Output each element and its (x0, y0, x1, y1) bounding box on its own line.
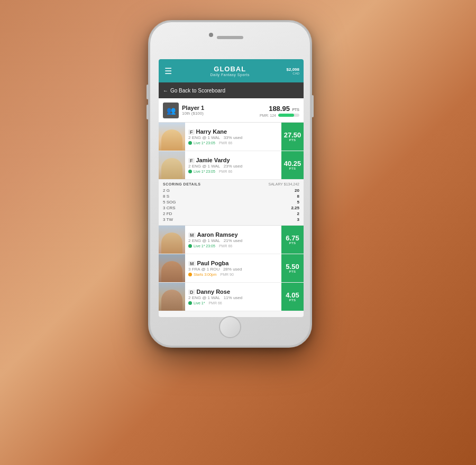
player-match: 3 FRA @ 1 ROU 28% used (188, 267, 279, 272)
live-indicator (188, 170, 192, 173)
position-badge: D (188, 290, 195, 295)
player-pos-name: M Aaron Ramsey (188, 231, 279, 238)
live-time: Live 1* 23:05 (194, 170, 215, 173)
player-header: 👥 Player 1 10th ($100) 188.95 PTS PMR: 1… (159, 98, 304, 123)
player-row-content: M Aaron Ramsey 2 ENG @ 1 WAL 21% used Li… (185, 226, 281, 254)
player-pos-name: D Danny Rose (188, 289, 279, 295)
phone-home-button[interactable] (219, 316, 241, 338)
player-row-content: D Danny Rose 2 ENG @ 1 WAL 11% used Live… (185, 283, 281, 311)
score-number: 5.50 (286, 263, 299, 270)
phone-screen: ☰ GLOBAL Daily Fantasy Sports $2,098 CAD… (159, 59, 304, 317)
table-row: 2 FD 2 (163, 211, 299, 217)
player-live-row: Starts 3:00pm PMR 90 (188, 273, 279, 276)
scoring-label: 2 G (163, 188, 170, 193)
score-pts-label: PTS (289, 138, 296, 142)
player-score: 188.95 (269, 105, 290, 113)
pmr-value: PMR 90 (221, 273, 234, 276)
back-arrow-icon: ← (163, 88, 168, 94)
position-badge: F (188, 129, 195, 135)
pmr-label: PMR: 124 (260, 114, 276, 117)
position-badge: F (188, 158, 195, 163)
score-pts-label: PTS (289, 241, 296, 245)
list-item[interactable]: M Paul Pogba 3 FRA @ 1 ROU 28% used Star… (159, 254, 304, 283)
live-time: Live 1* (194, 301, 205, 305)
live-indicator (188, 301, 192, 305)
phone-shell: ☰ GLOBAL Daily Fantasy Sports $2,098 CAD… (148, 20, 312, 348)
list-item[interactable]: M Aaron Ramsey 2 ENG @ 1 WAL 21% used Li… (159, 226, 304, 254)
scoring-value: 8 (297, 194, 299, 199)
player-fullname: Jamie Vardy (196, 157, 230, 163)
phone-power-button (312, 95, 314, 117)
player-row-content: F Harry Kane 2 ENG @ 1 WAL 33% used Live… (185, 123, 281, 151)
player-live-row: Live 1* PMR 66 (188, 301, 279, 305)
player-pos-name: F Harry Kane (188, 128, 279, 135)
phone-vol-up-button (147, 85, 149, 99)
player-row-content: M Paul Pogba 3 FRA @ 1 ROU 28% used Star… (185, 254, 281, 282)
scoring-label: 3 CRS (163, 206, 176, 210)
player-photo-ramsey (159, 226, 185, 254)
back-button[interactable]: ← Go Back to Scoreboard (159, 82, 304, 98)
player-pos-name: M Paul Pogba (188, 260, 279, 266)
player-match: 2 ENG @ 1 WAL 33% used (188, 135, 279, 140)
scoring-value: 2 (297, 211, 299, 216)
table-row: 2 G 20 (163, 188, 299, 193)
player-fullname: Harry Kane (196, 128, 227, 135)
position-badge: M (188, 261, 196, 266)
player-live-row: Live 1* 23:05 PMR 66 (188, 244, 279, 248)
player-photo-rose (159, 283, 185, 311)
player-score-block: 188.95 PTS PMR: 124 (260, 104, 299, 117)
player-rank: 10th ($100) (182, 111, 257, 116)
player-info: Player 1 10th ($100) (182, 105, 257, 116)
scoring-header-row: SCORING DETAILS SALARY $134,242 (163, 182, 299, 186)
scoring-value: 3 (297, 217, 299, 222)
player-live-row: Live 1* 23:05 PMR 66 (188, 170, 279, 173)
pmr-value: PMR 66 (208, 301, 222, 305)
scoring-label: 8 S (163, 194, 169, 199)
player-row-score: 6.75 PTS (281, 226, 304, 254)
player-fullname: Danny Rose (197, 289, 231, 295)
player-avatar-icon: 👥 (163, 103, 179, 118)
player-match: 2 ENG @ 1 WAL 23% used (188, 164, 279, 169)
score-number: 27.50 (284, 132, 301, 138)
phone-camera (209, 33, 213, 37)
scoring-details-section: SCORING DETAILS SALARY $134,242 2 G 20 8… (159, 180, 304, 226)
scoring-title: SCORING DETAILS (163, 182, 201, 186)
score-number: 6.75 (286, 235, 299, 241)
player-row-score: 5.50 PTS (281, 254, 304, 282)
table-row: 3 TW 3 (163, 217, 299, 222)
player-photo-vardy (159, 151, 185, 179)
player-score-suffix: PTS (292, 108, 299, 111)
scoring-value: 2.25 (291, 206, 299, 210)
score-pts-label: PTS (289, 270, 296, 273)
player-photo-pogba (159, 254, 185, 282)
live-indicator (188, 141, 192, 145)
scoring-value: 20 (295, 188, 299, 193)
score-number: 40.25 (284, 160, 301, 167)
player-row-score: 4.05 PTS (281, 283, 304, 311)
pmr-value: PMR 66 (219, 141, 232, 145)
scoring-label: 2 FD (163, 211, 172, 216)
score-pts-label: PTS (289, 167, 296, 170)
player-live-row: Live 1* 23:05 PMR 66 (188, 141, 279, 145)
phone-speaker (217, 36, 243, 39)
player-row-score: 27.50 PTS (281, 123, 304, 151)
navbar-balance-block[interactable]: $2,098 CAD (287, 67, 299, 75)
live-time: Live 1* 23:05 (194, 244, 215, 248)
list-item[interactable]: D Danny Rose 2 ENG @ 1 WAL 11% used Live… (159, 283, 304, 311)
player-photo-harry (159, 123, 185, 151)
back-label: Go Back to Scoreboard (170, 88, 225, 94)
pmr-bar-background (278, 114, 299, 117)
list-item[interactable]: F Harry Kane 2 ENG @ 1 WAL 33% used Live… (159, 123, 304, 151)
player-match: 2 ENG @ 1 WAL 11% used (188, 295, 279, 300)
list-item[interactable]: F Jamie Vardy 2 ENG @ 1 WAL 23% used Liv… (159, 151, 304, 180)
menu-icon[interactable]: ☰ (163, 66, 173, 76)
player-fullname: Paul Pogba (197, 260, 229, 266)
player-row-score: 40.25 PTS (281, 151, 304, 179)
table-row: 5 SOG 5 (163, 199, 299, 205)
scoring-label: 3 TW (163, 217, 173, 222)
score-number: 4.05 (286, 292, 299, 299)
player-pos-name: F Jamie Vardy (188, 157, 279, 163)
scoring-salary: SALARY $134,242 (268, 182, 299, 186)
player-name: Player 1 (182, 105, 257, 111)
live-indicator (188, 244, 192, 248)
